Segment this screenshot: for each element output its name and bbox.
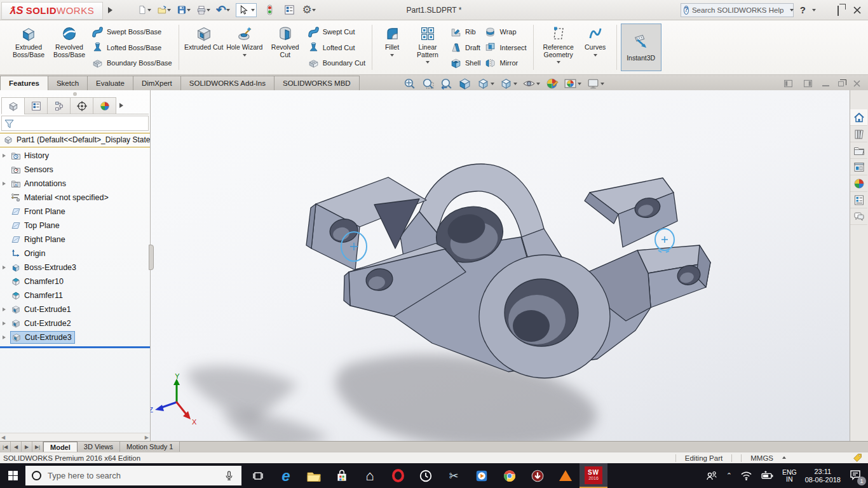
tree-item-right-plane[interactable]: Right Plane	[0, 233, 150, 247]
undo-button[interactable]: ↶	[216, 3, 230, 17]
boundary-boss-base-button[interactable]: Boundary Boss/Base	[92, 57, 172, 69]
tab-motion-study-1[interactable]: Motion Study 1	[120, 442, 180, 452]
linear-pattern-caret[interactable]	[426, 61, 430, 65]
file-properties-button[interactable]	[282, 3, 296, 17]
extruded-boss-base-button[interactable]: Extruded Boss/Base	[9, 22, 48, 72]
doc-restore-icon[interactable]	[838, 81, 844, 86]
design-library-tab[interactable]	[850, 126, 867, 142]
chrome-icon[interactable]	[496, 463, 524, 488]
tab-3d-views[interactable]: 3D Views	[78, 442, 120, 452]
wifi-icon[interactable]	[740, 470, 752, 482]
reference-geometry-caret[interactable]	[557, 61, 560, 65]
tag-icon[interactable]	[852, 452, 863, 463]
units-selector[interactable]: MMGS	[750, 454, 773, 462]
tree-item-cut-extrude3[interactable]: Cut-Extrude3	[0, 330, 150, 344]
select-tool-button[interactable]	[236, 3, 257, 17]
panel-tabs-expand-arrow[interactable]	[119, 103, 126, 108]
media-player-icon[interactable]	[468, 463, 496, 488]
scroll-first-icon[interactable]: |◀	[0, 442, 11, 452]
linear-pattern-button[interactable]: Linear Pattern	[408, 22, 447, 72]
store-icon[interactable]	[328, 463, 356, 488]
instant3d-button[interactable]: Instant3D	[621, 24, 661, 71]
rollback-bar[interactable]	[0, 346, 150, 348]
start-button[interactable]	[0, 463, 25, 488]
help-search-box[interactable]: ? Search SOLIDWORKS Help	[681, 3, 794, 17]
extruded-cut-button[interactable]: Extruded Cut	[184, 22, 224, 72]
rib-button[interactable]: Rib	[450, 25, 480, 38]
scroll-prev-icon[interactable]: ◀	[11, 442, 22, 452]
previous-view-icon[interactable]	[438, 77, 454, 90]
opera-icon[interactable]	[384, 463, 412, 488]
taskbar-search-box[interactable]: Type here to search	[25, 466, 241, 485]
view-palette-tab[interactable]	[850, 159, 867, 175]
menu-flyout-arrow[interactable]	[108, 7, 116, 13]
swept-boss-base-button[interactable]: Swept Boss/Base	[92, 25, 172, 38]
vlc-icon[interactable]	[552, 463, 580, 488]
revolved-cut-button[interactable]: Revolved Cut	[266, 22, 305, 72]
tree-filter-box[interactable]	[1, 116, 149, 131]
print-button[interactable]	[196, 3, 210, 17]
edit-appearance-icon[interactable]	[544, 77, 560, 90]
revolved-boss-base-button[interactable]: Revolved Boss/Base	[50, 22, 89, 72]
pane-right-icon[interactable]	[803, 78, 813, 89]
solidworks-logo[interactable]: ƛS SOLIDWORKS	[1, 2, 103, 20]
tab-dimxpert[interactable]: DimXpert	[133, 76, 181, 90]
search-scope-caret[interactable]	[790, 9, 794, 13]
tree-item-boss-extrude3[interactable]: Boss-Extrude3	[0, 261, 150, 274]
tree-item-chamfer11[interactable]: Chamfer11	[0, 288, 150, 302]
scroll-next-icon[interactable]: ▶	[22, 442, 32, 452]
panel-grip[interactable]	[73, 92, 77, 96]
battery-icon[interactable]	[761, 469, 774, 482]
intersect-button[interactable]: Intersect	[484, 41, 526, 54]
tab-configuration-manager[interactable]	[47, 97, 71, 114]
tree-item-sensors[interactable]: Sensors	[0, 163, 150, 177]
zoom-to-area-icon[interactable]	[420, 77, 436, 90]
restore-button[interactable]	[837, 6, 846, 14]
pane-left-icon[interactable]	[783, 78, 794, 89]
swept-cut-button[interactable]: Swept Cut	[308, 25, 365, 38]
home-app-icon[interactable]: ⌂	[356, 463, 384, 488]
tree-item-cut-extrude1[interactable]: Cut-Extrude1	[0, 302, 150, 316]
curves-button[interactable]: Curves	[580, 22, 611, 72]
hide-show-items-icon[interactable]	[521, 77, 541, 90]
view-settings-icon[interactable]	[585, 77, 606, 90]
lofted-boss-base-button[interactable]: Lofted Boss/Base	[92, 41, 172, 54]
tree-item-cut-extrude2[interactable]: Cut-Extrude2	[0, 316, 150, 330]
reference-geometry-button[interactable]: Reference Geometry	[539, 22, 578, 72]
forum-tab[interactable]	[850, 208, 867, 225]
tab-display-manager[interactable]	[93, 97, 116, 114]
lofted-cut-button[interactable]: Lofted Cut	[308, 41, 365, 54]
clock[interactable]: 23:11 08-06-2018	[805, 468, 841, 484]
section-view-icon[interactable]	[457, 77, 473, 90]
curves-caret[interactable]	[593, 54, 597, 58]
tree-item-front-plane[interactable]: Front Plane	[0, 205, 150, 219]
fillet-button[interactable]: Fillet	[377, 22, 407, 72]
tree-item-top-plane[interactable]: Top Plane	[0, 219, 150, 233]
view-orientation-icon[interactable]	[475, 77, 496, 90]
apply-scene-icon[interactable]	[562, 77, 583, 90]
snipping-tool-icon[interactable]: ✂	[440, 463, 468, 488]
display-style-icon[interactable]	[498, 77, 519, 90]
file-explorer-taskbar-icon[interactable]	[300, 463, 328, 488]
tray-expand-icon[interactable]: ⌃	[726, 471, 732, 480]
hole-wizard-caret[interactable]	[243, 54, 247, 58]
solidworks-taskbar-icon[interactable]: SW2016	[580, 463, 607, 488]
tab-solidworks-add-ins[interactable]: SOLIDWORKS Add-Ins	[180, 76, 275, 90]
custom-properties-tab[interactable]	[850, 192, 867, 208]
edge-icon[interactable]: e	[272, 463, 300, 488]
tab-property-manager[interactable]	[24, 97, 48, 114]
downloader-icon[interactable]	[524, 463, 552, 488]
boundary-cut-button[interactable]: Boundary Cut	[308, 57, 365, 69]
language-indicator[interactable]: ENG IN	[782, 469, 797, 483]
minimize-button[interactable]	[822, 6, 831, 14]
tab-model[interactable]: Model	[43, 442, 78, 452]
tab-evaluate[interactable]: Evaluate	[87, 76, 133, 90]
tab-solidworks-mbd[interactable]: SOLIDWORKS MBD	[274, 76, 360, 90]
fillet-caret[interactable]	[390, 54, 394, 58]
tab-featuremanager-tree[interactable]	[1, 97, 25, 114]
appearances-tab[interactable]	[850, 175, 867, 192]
tree-root-item[interactable]: Part1 (Default<<Default>_Display State	[0, 133, 150, 146]
action-center-icon[interactable]: 1	[849, 468, 862, 483]
zoom-to-fit-icon[interactable]	[402, 77, 417, 90]
units-caret[interactable]	[782, 454, 786, 459]
